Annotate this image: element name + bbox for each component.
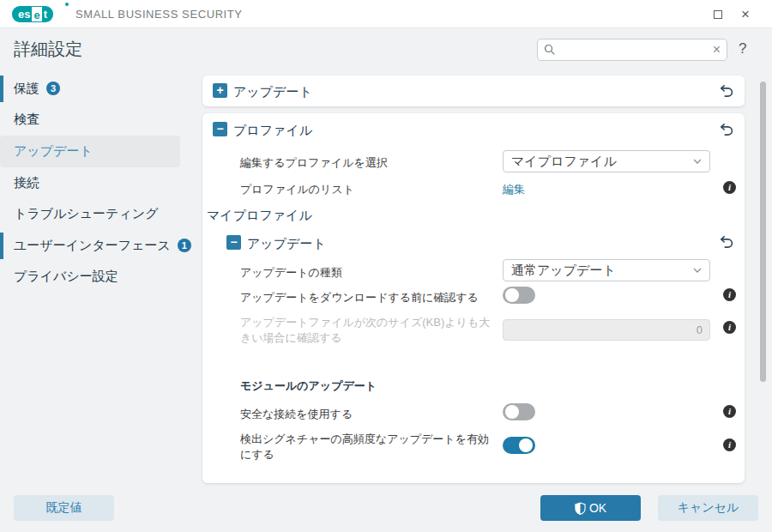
clear-search-icon[interactable]: × — [713, 43, 721, 57]
section-title: アップデート — [233, 84, 312, 100]
toggle-knob — [505, 405, 519, 419]
page-title: 詳細設定 — [14, 38, 82, 61]
secure-connection-label: 安全な接続を使用する — [240, 407, 353, 422]
collapse-icon[interactable]: − — [226, 235, 241, 250]
logo-part: e — [32, 6, 41, 22]
sidebar-item-label: トラブルシューティング — [14, 206, 159, 222]
changed-marker — [0, 76, 3, 102]
logo-part: t — [42, 6, 53, 22]
ask-before-download-label: アップデートをダウンロードする前に確認する — [240, 290, 479, 305]
toggle-knob — [505, 288, 519, 302]
profile-subsection-title: マイプロファイル — [207, 208, 312, 224]
toggle-knob — [519, 438, 533, 452]
sidebar-item-label: 接続 — [14, 175, 39, 191]
sidebar-item-user-interface[interactable]: ユーザーインターフェース 1 — [0, 230, 199, 262]
sidebar-item-update[interactable]: アップデート — [0, 136, 180, 167]
sidebar-item-label: ユーザーインターフェース — [14, 238, 171, 254]
revert-icon[interactable] — [719, 234, 734, 250]
frequent-updates-label: 検出シグネチャーの高頻度なアップデートを有効にする — [240, 432, 491, 462]
changed-marker — [0, 233, 3, 259]
titlebar: eset SMALL BUSINESS SECURITY × — [0, 0, 772, 28]
sidebar-item-privacy[interactable]: プライバシー設定 — [0, 262, 199, 293]
secure-connection-toggle[interactable] — [503, 403, 535, 420]
update-type-select[interactable]: 通常アップデート — [503, 259, 710, 281]
scrollbar-thumb[interactable] — [760, 82, 766, 382]
section-title: プロファイル — [233, 123, 312, 139]
collapse-icon[interactable]: − — [213, 122, 227, 136]
profile-select-value: マイプロファイル — [511, 154, 693, 170]
close-button[interactable]: × — [738, 7, 753, 22]
ask-size-label: アップデートファイルが次のサイズ(KB)よりも大きい場合に確認する — [240, 315, 491, 345]
sidebar-item-connectivity[interactable]: 接続 — [0, 167, 199, 199]
app-title: SMALL BUSINESS SECURITY — [75, 8, 243, 21]
shield-icon — [575, 502, 586, 515]
nested-section-title: アップデート — [247, 236, 326, 252]
module-updates-header: モジュールのアップデート — [240, 378, 377, 394]
advanced-setup-window: eset SMALL BUSINESS SECURITY × 詳細設定 × ? … — [0, 0, 772, 532]
ok-button-label: OK — [589, 501, 606, 515]
sidebar: 保護 3 検査 アップデート 接続 トラブルシューティング ユーザーインターフェ… — [0, 73, 199, 293]
info-icon[interactable]: i — [723, 405, 736, 418]
size-threshold-input — [503, 319, 710, 341]
ask-before-download-toggle[interactable] — [503, 287, 535, 304]
revert-icon[interactable] — [719, 122, 734, 137]
sidebar-item-label: アップデート — [14, 143, 93, 160]
frequent-updates-toggle[interactable] — [503, 437, 535, 454]
default-button[interactable]: 既定値 — [14, 495, 114, 521]
help-button[interactable]: ? — [739, 40, 746, 57]
status-badge: 3 — [46, 82, 60, 95]
search-icon — [544, 44, 556, 56]
maximize-button[interactable] — [710, 7, 726, 22]
sidebar-item-protection[interactable]: 保護 3 — [0, 73, 199, 105]
revert-icon[interactable] — [719, 83, 734, 99]
status-badge: 1 — [178, 239, 191, 252]
profile-list-label: プロファイルのリスト — [240, 182, 354, 197]
expand-icon[interactable]: + — [213, 83, 227, 98]
update-type-label: アップデートの種類 — [240, 265, 342, 281]
sidebar-item-label: プライバシー設定 — [14, 269, 118, 285]
ok-button[interactable]: OK — [540, 495, 641, 521]
info-icon[interactable]: i — [723, 181, 736, 194]
select-profile-label: 編集するプロファイルを選択 — [240, 155, 388, 171]
section-update-collapsed: + アップデート — [202, 76, 745, 106]
eset-logo-icon: eset — [12, 6, 53, 22]
search-input[interactable] — [560, 44, 713, 57]
profile-select[interactable]: マイプロファイル — [503, 150, 710, 172]
sidebar-item-label: 検査 — [14, 112, 39, 128]
logo-part: es — [12, 6, 32, 22]
info-icon[interactable]: i — [723, 438, 736, 451]
search-box[interactable]: × — [537, 39, 727, 61]
sidebar-item-scan[interactable]: 検査 — [0, 105, 199, 136]
sidebar-item-troubleshooting[interactable]: トラブルシューティング — [0, 198, 199, 230]
sidebar-item-label: 保護 — [14, 81, 39, 97]
chevron-down-icon — [693, 159, 702, 164]
maximize-icon — [714, 10, 722, 19]
chevron-down-icon — [693, 268, 702, 273]
info-icon[interactable]: i — [723, 288, 736, 301]
section-profiles: − プロファイル 編集するプロファイルを選択 マイプロファイル プロファイルのリ… — [202, 113, 745, 483]
info-icon[interactable]: i — [723, 321, 736, 334]
logo-registered-dot-icon — [65, 3, 69, 6]
edit-profiles-link[interactable]: 編集 — [503, 182, 525, 197]
update-type-value: 通常アップデート — [511, 263, 693, 279]
cancel-button[interactable]: キャンセル — [658, 495, 758, 521]
